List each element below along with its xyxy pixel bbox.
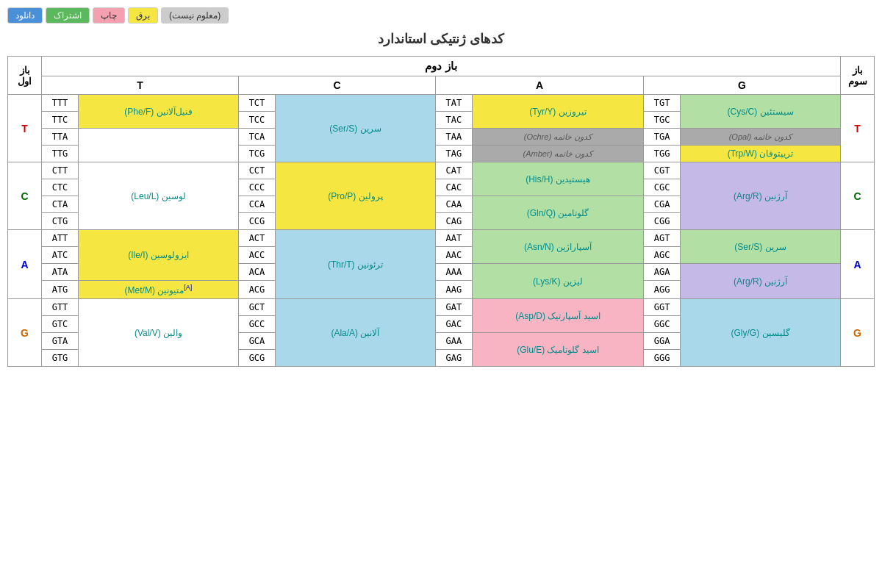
codon-CGC: CGC (644, 179, 681, 196)
amino-gln: گلوتامین (Gln/Q) (472, 196, 643, 230)
codon-AAC: AAC (435, 247, 472, 264)
amino-leu: لوسین (Leu/L) (79, 162, 239, 230)
amino-val: والین (Val/V) (79, 299, 239, 367)
header-baz-avval: بازاول (8, 57, 42, 95)
btn-electricity[interactable]: برق (128, 7, 158, 24)
amino-asn: آسپاراژین (Asn/N) (472, 230, 643, 264)
codon-TTT: TTT (42, 95, 79, 112)
codon-CCA: CCA (238, 196, 275, 213)
codon-AAA: AAA (435, 264, 472, 281)
codon-GCG: GCG (238, 350, 275, 367)
codon-ATG: ATG (42, 281, 79, 299)
codon-TTC: TTC (42, 112, 79, 129)
header-baz-doom: باز دوم (42, 57, 841, 76)
codon-CTC: CTC (42, 179, 79, 196)
btn-subscribe[interactable]: اشتراک (46, 7, 90, 24)
btn-unknown[interactable]: (معلوم نیست) (161, 7, 229, 24)
base-last-G: G (8, 299, 42, 367)
amino-pro: پرولین (Pro/P) (275, 162, 435, 230)
codon-TTA: TTA (42, 129, 79, 146)
top-bar: (معلوم نیست) برق چاپ اشتراک دانلود (7, 7, 875, 24)
table-row: کدون خاتمه (Opal) TGA کدون خاتمه (Ochre)… (8, 129, 875, 146)
codon-CAG: CAG (435, 213, 472, 230)
amino-trp: تریپتوفان (Trp/W) (681, 146, 841, 162)
superscript-A: [A] (184, 284, 192, 291)
codon-GCT: GCT (238, 299, 275, 316)
genetic-code-table: بازسوم باز دوم بازاول G A C T T سیستئین … (7, 56, 875, 367)
amino-ochre: کدون خاتمه (Ochre) (472, 129, 643, 146)
base-first-T: T (841, 95, 875, 162)
codon-ATC: ATC (42, 247, 79, 264)
codon-ATA: ATA (42, 264, 79, 281)
codon-ACC: ACC (238, 247, 275, 264)
base-first-A: A (841, 230, 875, 299)
header-col-A: A (435, 76, 643, 95)
amino-opal: کدون خاتمه (Opal) (681, 129, 841, 146)
codon-AGT: AGT (644, 230, 681, 247)
amino-arg-A: آرژنین (Arg/R) (681, 264, 841, 299)
table-row: C آرژنین (Arg/R) CGT هیستیدین (His/H) CA… (8, 162, 875, 179)
amino-phe: فنیل‌آلانین (Phe/F) (79, 95, 239, 129)
header-baz-sevom: بازسوم (841, 57, 875, 95)
amino-his: هیستیدین (His/H) (472, 162, 643, 196)
codon-ATT: ATT (42, 230, 79, 247)
amino-lys: لیزین (Lys/K) (472, 264, 643, 299)
codon-CAA: CAA (435, 196, 472, 213)
codon-TCG: TCG (238, 146, 275, 162)
amino-gly: گلیسین (Gly/G) (681, 299, 841, 367)
codon-GTA: GTA (42, 333, 79, 350)
codon-TCA: TCA (238, 129, 275, 146)
amino-ile: ایزولوسین (Ile/I) (79, 230, 239, 281)
amino-amber: کدون خاتمه (Amber) (472, 146, 643, 162)
codon-CTA: CTA (42, 196, 79, 213)
codon-CAT: CAT (435, 162, 472, 179)
btn-print[interactable]: چاپ (93, 7, 125, 24)
codon-TGT: TGT (644, 95, 681, 112)
amino-cys: سیستئین (Cys/C) (681, 95, 841, 129)
base-first-C: C (841, 162, 875, 230)
codon-TTG: TTG (42, 146, 79, 162)
codon-TAA: TAA (435, 129, 472, 146)
codon-TAT: TAT (435, 95, 472, 112)
amino-glu: اسید گلوتامیک (Glu/E) (472, 333, 643, 367)
codon-ACA: ACA (238, 264, 275, 281)
codon-AGC: AGC (644, 247, 681, 264)
codon-TCT: TCT (238, 95, 275, 112)
codon-AAT: AAT (435, 230, 472, 247)
page-container: (معلوم نیست) برق چاپ اشتراک دانلود کدهای… (0, 0, 882, 374)
amino-asp: اسید آسپارتیک (Asp/D) (472, 299, 643, 333)
codon-TGG: TGG (644, 146, 681, 162)
base-first-G: G (841, 299, 875, 367)
codon-AGA: AGA (644, 264, 681, 281)
header-col-C: C (238, 76, 435, 95)
amino-ala: آلانین (Ala/A) (275, 299, 435, 367)
codon-AGG: AGG (644, 281, 681, 299)
codon-GGC: GGC (644, 316, 681, 333)
codon-GGG: GGG (644, 350, 681, 367)
codon-CGT: CGT (644, 162, 681, 179)
codon-GGT: GGT (644, 299, 681, 316)
table-row: A سرین (Ser/S) AGT آسپاراژین (Asn/N) AAT… (8, 230, 875, 247)
codon-GTT: GTT (42, 299, 79, 316)
codon-TCC: TCC (238, 112, 275, 129)
header-col-T: T (42, 76, 239, 95)
codon-GAT: GAT (435, 299, 472, 316)
amino-tyr: تیروزین (Tyr/Y) (472, 95, 643, 129)
btn-download[interactable]: دانلود (7, 7, 43, 24)
amino-arg-C: آرژنین (Arg/R) (681, 162, 841, 230)
codon-TGA: TGA (644, 129, 681, 146)
codon-ACT: ACT (238, 230, 275, 247)
amino-ser-A: سرین (Ser/S) (681, 230, 841, 264)
codon-CCT: CCT (238, 162, 275, 179)
codon-CTT: CTT (42, 162, 79, 179)
table-row: G گلیسین (Gly/G) GGT اسید آسپارتیک (Asp/… (8, 299, 875, 316)
codon-CTG: CTG (42, 213, 79, 230)
base-last-T: T (8, 95, 42, 162)
codon-GAC: GAC (435, 316, 472, 333)
base-last-C: C (8, 162, 42, 230)
codon-TAG: TAG (435, 146, 472, 162)
page-title: کدهای ژنتیکی استاندارد (7, 31, 875, 47)
codon-TGC: TGC (644, 112, 681, 129)
codon-GAG: GAG (435, 350, 472, 367)
base-last-A: A (8, 230, 42, 299)
